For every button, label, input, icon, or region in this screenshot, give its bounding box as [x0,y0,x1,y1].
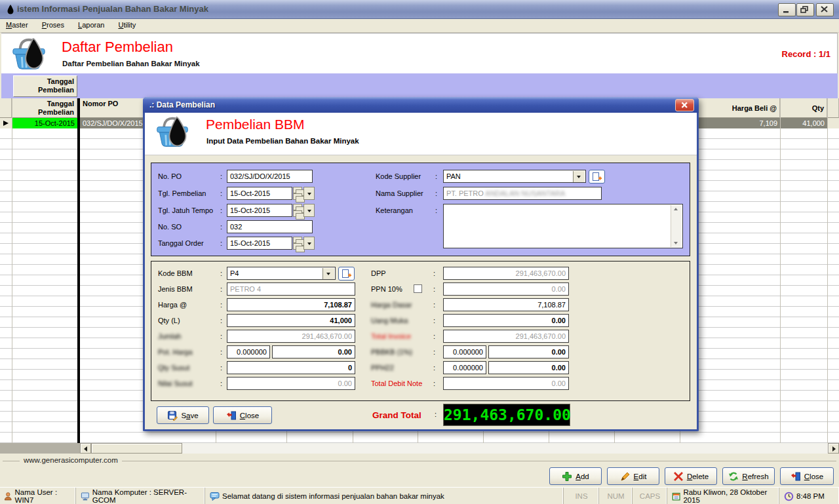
tgl-pembelian-input[interactable]: 15-Oct-2015 [227,187,292,200]
colon: : [433,317,435,324]
grid-group-band: Tanggal Pembelian [1,73,838,98]
uang-muka-input[interactable]: 0.00 [443,314,569,327]
scrollbar-thumb[interactable] [91,443,182,454]
menu-laporan[interactable]: Laporan [72,19,110,32]
kode-bbm-combobox[interactable]: P4 [227,267,336,280]
new-document-icon [592,172,602,182]
dialog-close-button-label: Close [240,412,259,419]
colon: : [433,269,435,277]
pot-harga-value-input[interactable]: 0.00 [272,345,355,359]
dpp-label: DPP [371,269,386,277]
scroll-left-button[interactable] [80,443,91,454]
exit-door-icon [790,471,801,482]
qty-susut-input[interactable]: 0 [227,361,355,374]
colon: : [435,410,437,418]
tgl-jatuh-tempo-dropdown[interactable] [303,204,315,217]
close-list-button-label: Close [804,473,823,480]
new-supplier-button[interactable] [589,170,605,184]
close-window-button[interactable] [816,3,834,16]
grid-vline [286,429,287,443]
basket-drop-logo [8,36,50,73]
tgl-pembelian-spinner[interactable] [293,187,302,200]
frozen-column-divider[interactable] [77,98,80,443]
column-header-empty [827,98,839,118]
status-ins-indicator: INS [564,488,599,504]
refresh-arrows-icon [728,471,739,482]
colon: : [433,364,435,372]
tanggal-order-spinner[interactable] [293,237,302,250]
row-selector-header [0,98,12,118]
tanggal-order-input[interactable]: 15-Oct-2015 [227,237,292,250]
status-num-indicator: NUM [600,488,633,504]
total-debit-note-label: Total Debit Note [371,379,422,387]
keterangan-textarea[interactable] [443,204,683,248]
edit-button-label: Edit [634,473,647,480]
keterangan-scrollbar[interactable] [671,205,682,247]
close-x-icon [681,102,688,109]
nilai-susut-label: Nilai Susut [158,379,193,387]
tgl-jatuh-tempo-input[interactable]: 15-Oct-2015 [227,204,292,217]
ppn-checkbox[interactable] [414,284,422,293]
edit-button[interactable]: Edit [607,467,659,485]
grid-vline [549,429,549,443]
pph22-label: PPH22 [371,364,394,372]
grid-vline [780,98,781,443]
combo-arrow-button[interactable] [322,268,334,280]
harga-input[interactable]: 7,108.87 [227,298,355,311]
tgl-jatuh-tempo-spinner[interactable] [293,204,302,217]
menu-utility[interactable]: Utility [112,19,142,32]
pbbkb-rate-input[interactable]: 0.000000 [443,345,486,359]
column-header-tanggal[interactable]: Tanggal Pembelian [12,98,77,118]
close-list-button[interactable]: Close [780,467,834,485]
window-title: istem Informasi Penjualan Bahan Bakar Mi… [17,4,208,14]
menu-proses[interactable]: Proses [36,19,70,32]
qty-input[interactable]: 41,000 [227,314,355,327]
grid-vline [614,429,615,443]
status-user-text: Nama User : WIN7 [15,488,71,504]
colon: : [435,172,437,180]
new-bbm-button[interactable] [338,267,355,281]
tgl-pembelian-dropdown[interactable] [303,187,315,200]
column-header-qty[interactable]: Qty [780,98,827,118]
refresh-button[interactable]: Refresh [722,467,775,485]
pph22-value-input[interactable]: 0.00 [488,361,569,374]
minimize-button[interactable] [778,3,796,16]
pencil-icon [620,471,631,482]
qty-susut-label: Qty Susut [158,364,189,372]
scroll-right-button[interactable] [828,443,839,454]
pph22-rate-input[interactable]: 0.000000 [443,361,486,374]
restore-button[interactable] [796,3,814,16]
no-po-label: No. PO [158,172,182,180]
grand-total-display: 291,463,670.00 [443,404,570,426]
delete-button[interactable]: Delete [665,467,717,485]
status-date-panel: Rabu Kliwon, 28 Oktober 2015 [668,488,779,504]
grid-vline [353,429,353,443]
tanggal-order-label: Tanggal Order [158,239,204,247]
cell-tanggal[interactable]: 15-Oct-2015 [12,118,77,128]
dialog-close-action-button[interactable]: Close [213,406,272,424]
calendar-icon [672,492,680,501]
menu-master[interactable]: Master [0,19,34,32]
colon: : [220,269,222,277]
status-welcome-text: Selamat datang di sistem informasi penju… [222,492,444,500]
harga-label: Harga @ [158,301,187,309]
add-button[interactable]: Add [549,467,602,485]
grid-horizontal-scrollbar[interactable] [0,443,839,454]
kode-supplier-combobox[interactable]: PAN [443,170,586,183]
combo-arrow-button[interactable] [573,171,585,183]
plus-icon [562,471,572,482]
save-button[interactable]: Save [157,406,209,424]
kode-supplier-value: PAN [446,172,461,180]
grid-group-header[interactable]: Tanggal Pembelian [13,75,77,97]
grand-total-label: Grand Total [372,410,421,420]
tanggal-order-dropdown[interactable] [303,237,315,250]
pot-harga-rate-input[interactable]: 0.000000 [227,345,270,359]
no-so-input[interactable]: 032 [227,220,313,233]
pbbkb-value-input[interactable]: 0.00 [488,345,569,359]
harga-dasar-field[interactable]: 7,108.87 [443,298,569,311]
refresh-button-label: Refresh [742,473,768,480]
dialog-close-button[interactable] [675,99,694,111]
status-time-panel: 8:48 PM [780,488,839,504]
no-po-input[interactable]: 032/SJ/DO/X/2015 [227,170,313,183]
cell-qty[interactable]: 41,000 [780,118,827,128]
